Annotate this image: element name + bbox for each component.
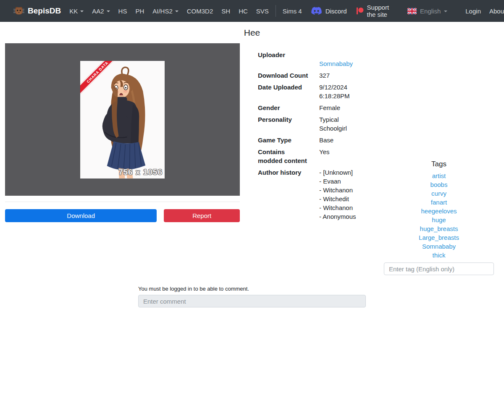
tag-input-wrap <box>384 262 494 275</box>
card-image-panel: CHARA DATA 756 x 1056 <box>5 43 240 196</box>
chevron-down-icon <box>80 10 84 12</box>
nav-item-ph-label: PH <box>135 8 144 15</box>
tag-link[interactable]: thick <box>384 251 494 260</box>
page-title: Hee <box>0 28 504 38</box>
main-nav: KK AA2 HS PH AI/HS2 COM3D2 SH HC SVS <box>65 5 306 17</box>
about-link[interactable]: About <box>485 8 504 15</box>
uk-flag-icon <box>407 8 417 14</box>
tag-link[interactable]: Large_breasts <box>384 233 494 242</box>
nav-item-com3d2-label: COM3D2 <box>187 8 213 15</box>
character-card-image[interactable]: CHARA DATA 756 x 1056 <box>80 61 165 178</box>
card-column: CHARA DATA 756 x 1056 Download Report <box>5 43 240 222</box>
login-label: Login <box>465 8 481 15</box>
nav-item-svs[interactable]: SVS <box>252 8 273 15</box>
detail-label: Contains modded content <box>258 147 319 165</box>
detail-row-uploader: Uploader Somnababy <box>258 50 384 68</box>
chevron-down-icon <box>444 10 447 12</box>
tag-input[interactable] <box>384 262 494 275</box>
nav-item-svs-label: SVS <box>256 8 269 15</box>
nav-divider <box>276 5 276 17</box>
detail-row-download-count: Download Count 327 <box>258 71 384 80</box>
tag-link[interactable]: boobs <box>384 180 494 189</box>
detail-label: Uploader <box>258 50 319 68</box>
detail-row-game-type: Game Type Base <box>258 136 384 144</box>
nav-item-hc-label: HC <box>239 8 248 15</box>
nav-item-ph[interactable]: PH <box>131 8 148 15</box>
navbar-right: Discord Support the site En <box>306 4 504 18</box>
tags-panel: Tags artist boobs curvy fanart heegeelov… <box>384 43 494 275</box>
discord-icon <box>311 7 322 16</box>
detail-label: Game Type <box>258 136 319 144</box>
nav-item-ai-hs2-label: AI/HS2 <box>152 8 173 15</box>
image-dimensions-watermark: 756 x 1056 <box>118 168 163 177</box>
language-label: English <box>420 8 441 15</box>
main-content: CHARA DATA 756 x 1056 Download Report Up… <box>0 43 504 275</box>
chevron-down-icon <box>107 10 110 12</box>
detail-label: Author history <box>258 168 319 221</box>
detail-row-personality: Personality Typical Schoolgirl <box>258 115 384 133</box>
detail-row-date-uploaded: Date Uploaded 9/12/2024 6:18:28PM <box>258 83 384 100</box>
nav-item-kk-label: KK <box>69 8 78 15</box>
detail-value: - [Unknown] - Evaan - Witchanon - Witche… <box>319 168 384 221</box>
detail-label: Gender <box>258 103 319 112</box>
detail-row-modded-content: Contains modded content Yes <box>258 147 384 165</box>
support-label: Support the site <box>367 4 389 18</box>
report-button[interactable]: Report <box>164 209 240 222</box>
detail-value: Base <box>319 136 384 144</box>
uploader-link[interactable]: Somnababy <box>319 60 353 67</box>
brand-label: BepisDB <box>28 6 61 16</box>
detail-value: Female <box>319 103 384 112</box>
detail-label: Personality <box>258 115 319 133</box>
detail-row-gender: Gender Female <box>258 103 384 112</box>
patreon-icon <box>356 7 364 15</box>
comment-section: You must be logged in to be able to comm… <box>138 286 366 307</box>
nav-item-sh[interactable]: SH <box>217 8 234 15</box>
tag-link[interactable]: Somnababy <box>384 242 494 251</box>
language-dropdown[interactable]: English <box>403 8 452 15</box>
brand-link[interactable]: BepisDB <box>13 6 61 16</box>
bepisdb-logo-icon <box>13 6 24 16</box>
tag-list: artist boobs curvy fanart heegeeloves hu… <box>384 171 494 260</box>
comment-input <box>138 295 366 307</box>
divider <box>5 202 240 202</box>
nav-item-sims4-label: Sims 4 <box>283 8 302 15</box>
download-button[interactable]: Download <box>5 209 157 222</box>
tag-link[interactable]: artist <box>384 171 494 180</box>
support-link[interactable]: Support the site <box>352 4 394 18</box>
tag-link[interactable]: huge_breasts <box>384 224 494 233</box>
nav-item-sh-label: SH <box>221 8 230 15</box>
discord-link[interactable]: Discord <box>306 7 352 16</box>
chevron-down-icon <box>175 10 178 12</box>
detail-label: Date Uploaded <box>258 83 319 100</box>
tag-link[interactable]: curvy <box>384 189 494 198</box>
nav-item-ai-hs2[interactable]: AI/HS2 <box>148 8 183 15</box>
navbar: BepisDB KK AA2 HS PH AI/HS2 COM3D2 SH HC <box>0 0 504 22</box>
detail-value: Yes <box>319 147 384 165</box>
nav-item-hs-label: HS <box>118 8 127 15</box>
tags-heading: Tags <box>384 160 494 168</box>
action-buttons: Download Report <box>5 209 240 222</box>
nav-item-com3d2[interactable]: COM3D2 <box>183 8 218 15</box>
nav-item-hc[interactable]: HC <box>234 8 252 15</box>
login-link[interactable]: Login <box>461 8 485 15</box>
tag-link[interactable]: fanart <box>384 198 494 207</box>
login-required-notice: You must be logged in to be able to comm… <box>138 286 366 292</box>
tag-link[interactable]: huge <box>384 215 494 224</box>
nav-item-aa2[interactable]: AA2 <box>88 8 114 15</box>
about-label: About <box>489 8 504 15</box>
detail-label: Download Count <box>258 71 319 80</box>
nav-item-sims4[interactable]: Sims 4 <box>278 8 306 15</box>
detail-value: 327 <box>319 71 384 80</box>
detail-value: Typical Schoolgirl <box>319 115 384 133</box>
detail-row-author-history: Author history - [Unknown] - Evaan - Wit… <box>258 168 384 221</box>
nav-item-hs[interactable]: HS <box>114 8 131 15</box>
nav-item-kk[interactable]: KK <box>65 8 88 15</box>
nav-item-aa2-label: AA2 <box>92 8 104 15</box>
detail-value: 9/12/2024 6:18:28PM <box>319 83 384 100</box>
details-table: Uploader Somnababy Download Count 327 Da… <box>258 43 384 224</box>
discord-label: Discord <box>326 8 347 15</box>
detail-value: Somnababy <box>319 50 384 68</box>
tag-link[interactable]: heegeeloves <box>384 207 494 215</box>
